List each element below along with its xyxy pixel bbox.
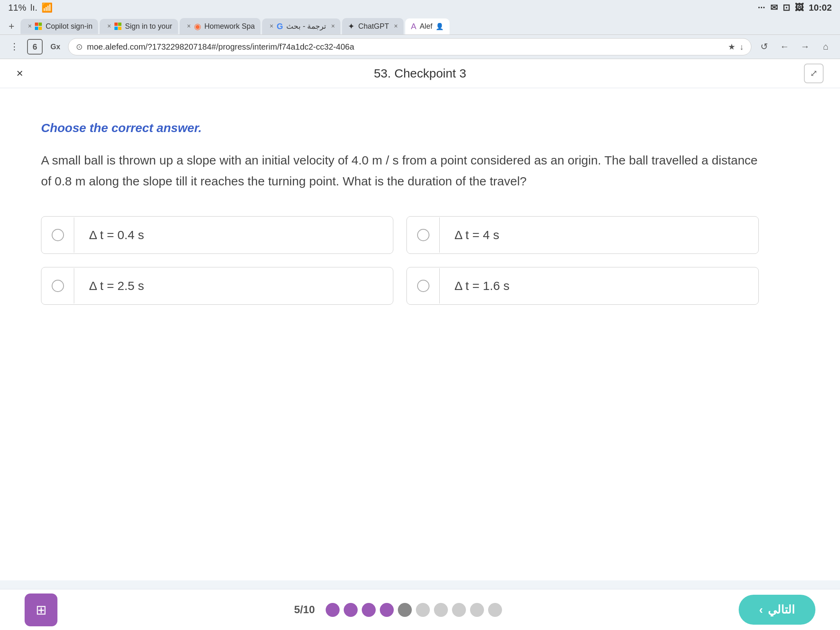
answer-text-c: Δ t = 2.5 s [74, 267, 393, 304]
radio-button-c[interactable] [52, 280, 64, 292]
tab-alef-label: Alef [420, 22, 432, 31]
checkpoint-title: 53. Checkpoint 3 [374, 66, 466, 80]
menu-button[interactable]: ⋮ [7, 39, 22, 55]
new-tab-button[interactable]: + [4, 19, 19, 34]
tab-translate-label: ترجمة - بحث [286, 22, 326, 31]
misc-icons: ··· [758, 2, 765, 13]
time-display: 10:02 [809, 2, 832, 13]
tab-close-icon[interactable]: × [269, 23, 273, 30]
bookmark-icon[interactable]: ★ [728, 42, 735, 52]
signin-favicon [114, 23, 122, 30]
tab-signin[interactable]: × Sign in to your [100, 19, 178, 34]
progress-dot-2 [344, 603, 358, 617]
tab-alef[interactable]: A Alef 👤 [405, 18, 450, 34]
next-arrow-icon: › [759, 603, 763, 616]
tab-close-icon[interactable]: × [187, 23, 191, 30]
image-icon: 🖼 [795, 2, 804, 13]
main-content: Choose the correct answer. A small ball … [0, 88, 840, 580]
radio-button-b[interactable] [417, 229, 429, 241]
tab-signin-label: Sign in to your [125, 22, 172, 31]
copilot-favicon [35, 23, 42, 30]
radio-area-c[interactable] [41, 268, 74, 304]
progress-dot-7 [434, 603, 448, 617]
progress-dot-1 [326, 603, 340, 617]
security-icon: ⊙ [76, 42, 83, 52]
tab-copilot[interactable]: × Copilot sign-in [21, 19, 98, 34]
bottom-bar: ⊞ 5/10 التالي › [0, 589, 840, 630]
question-text: A small ball is thrown up a slope with a… [41, 150, 759, 192]
tab-close-icon[interactable]: × [107, 23, 111, 30]
checkpoint-bar: × 53. Checkpoint 3 ⤢ [0, 59, 840, 88]
tab-copilot-label: Copilot sign-in [46, 22, 92, 31]
radio-button-a[interactable] [52, 229, 64, 241]
progress-dot-6 [416, 603, 430, 617]
address-input-container[interactable]: ⊙ moe.alefed.com/?1732298207184#/progres… [68, 38, 751, 55]
grid-icon: ⊞ [36, 602, 47, 618]
refresh-button[interactable]: ↺ [756, 39, 772, 55]
progress-indicator: 5/10 [294, 603, 502, 617]
answers-grid: Δ t = 0.4 s Δ t = 4 s Δ t = 2.5 s Δ t = … [41, 216, 759, 305]
wifi-icon: 📶 [41, 2, 52, 13]
download-icon[interactable]: ↓ [740, 42, 744, 52]
address-action-icons: ★ ↓ [728, 42, 744, 52]
tab-count-button[interactable]: 6 [27, 39, 43, 55]
google-favicon: G [277, 22, 283, 31]
tab-homework-label: Homework Spa [204, 22, 255, 31]
answer-option-b[interactable]: Δ t = 4 s [406, 216, 759, 254]
answer-option-a[interactable]: Δ t = 0.4 s [41, 216, 393, 254]
radio-area-b[interactable] [407, 217, 440, 253]
instruction-label: Choose the correct answer. [41, 121, 799, 135]
cast-icon: ⊡ [783, 2, 790, 13]
homework-favicon: ◉ [194, 21, 201, 31]
tab-chatgpt[interactable]: ✦ ChatGPT × [342, 18, 403, 34]
address-bar: ⋮ 6 Gx ⊙ moe.alefed.com/?1732298207184#/… [0, 35, 840, 59]
expand-icon: ⤢ [810, 68, 817, 79]
expand-button[interactable]: ⤢ [804, 64, 824, 83]
progress-dot-10 [488, 603, 502, 617]
tab-homework[interactable]: × ◉ Homework Spa [180, 18, 260, 34]
progress-dot-8 [452, 603, 466, 617]
tab-close-right-icon[interactable]: × [331, 23, 335, 30]
tab-close-icon[interactable]: × [28, 23, 32, 30]
answer-text-a: Δ t = 0.4 s [74, 217, 393, 253]
mail-icon: ✉ [770, 2, 778, 13]
battery-indicator: 11% [8, 2, 26, 13]
menu-grid-button[interactable]: ⊞ [25, 593, 57, 626]
alef-favicon: A [411, 22, 416, 31]
status-left: 11% lı. 📶 [8, 2, 52, 13]
tab-chatgpt-label: ChatGPT [358, 22, 389, 31]
answer-option-d[interactable]: Δ t = 1.6 s [406, 267, 759, 305]
tab-translate[interactable]: × G ترجمة - بحث × [262, 18, 340, 34]
next-button-label: التالي [768, 603, 795, 616]
address-text: moe.alefed.com/?1732298207184#/progress/… [87, 42, 724, 52]
signal-icon: lı. [30, 2, 37, 13]
status-bar: 11% lı. 📶 ··· ✉ ⊡ 🖼 10:02 [0, 0, 840, 16]
progress-dot-5 [398, 603, 412, 617]
chatgpt-favicon: ✦ [348, 21, 355, 31]
next-button[interactable]: التالي › [739, 595, 815, 625]
back-button[interactable]: ← [777, 39, 792, 55]
close-button[interactable]: × [16, 67, 23, 80]
radio-area-d[interactable] [407, 268, 440, 304]
forward-button[interactable]: → [797, 39, 813, 55]
home-button[interactable]: ⌂ [818, 39, 833, 55]
progress-dot-9 [470, 603, 484, 617]
answer-text-d: Δ t = 1.6 s [440, 267, 758, 304]
answer-option-c[interactable]: Δ t = 2.5 s [41, 267, 393, 305]
translate-button[interactable]: Gx [48, 39, 63, 55]
answer-text-b: Δ t = 4 s [440, 217, 758, 253]
progress-dot-3 [362, 603, 376, 617]
radio-area-a[interactable] [41, 217, 74, 253]
progress-label: 5/10 [294, 603, 315, 616]
status-right: ··· ✉ ⊡ 🖼 10:02 [758, 2, 832, 13]
tab-bar: + × Copilot sign-in × Sign in to your × … [0, 16, 840, 35]
alef-profile-icon: 👤 [436, 23, 444, 30]
radio-button-d[interactable] [417, 280, 429, 292]
progress-dot-4 [380, 603, 394, 617]
tab-close-icon[interactable]: × [394, 23, 398, 30]
